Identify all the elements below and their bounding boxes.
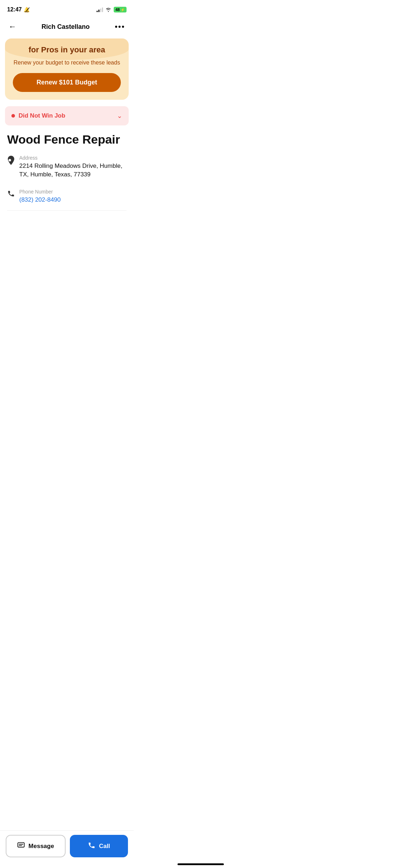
- budget-banner-card: for Pros in your area Renew your budget …: [5, 38, 129, 100]
- status-time: 12:47 🔔̸: [7, 6, 30, 13]
- page-title: Rich Castellano: [41, 23, 89, 31]
- banner-title: for Pros in your area: [13, 45, 121, 55]
- address-label: Address: [19, 155, 127, 161]
- signal-icon: [97, 7, 103, 12]
- phone-value[interactable]: (832) 202-8490: [19, 196, 61, 204]
- status-label: Did Not Win Job: [19, 112, 65, 119]
- chevron-down-icon: ⌄: [117, 112, 122, 120]
- nav-header: ← Rich Castellano •••: [0, 17, 134, 38]
- address-value: 2214 Rolling Meadows Drive, Humble, TX, …: [19, 162, 127, 179]
- battery-indicator: 48 ⚡: [114, 7, 127, 12]
- divider: [7, 210, 127, 211]
- address-row: Address 2214 Rolling Meadows Drive, Humb…: [0, 150, 134, 184]
- battery-charging-icon: ⚡: [120, 8, 125, 12]
- more-options-button[interactable]: •••: [113, 21, 127, 33]
- banner-subtitle: Renew your budget to receive these leads: [13, 59, 121, 67]
- phone-row: Phone Number (832) 202-8490: [0, 184, 134, 209]
- more-icon: •••: [115, 22, 125, 31]
- phone-label: Phone Number: [19, 189, 61, 195]
- job-status-dropdown[interactable]: Did Not Win Job ⌄: [5, 106, 129, 125]
- back-button[interactable]: ←: [7, 21, 18, 33]
- status-dot-icon: [11, 114, 15, 118]
- job-title: Wood Fence Repair: [0, 133, 134, 150]
- phone-icon: [7, 190, 15, 200]
- location-pin-icon: [7, 156, 15, 167]
- battery-level: 48: [115, 7, 120, 12]
- wifi-icon: [105, 7, 112, 12]
- mute-icon: 🔔̸: [24, 7, 30, 12]
- status-icons: 48 ⚡: [97, 7, 127, 12]
- time-label: 12:47: [7, 6, 22, 13]
- status-bar: 12:47 🔔̸ 48 ⚡: [0, 0, 134, 17]
- renew-budget-button[interactable]: Renew $101 Budget: [13, 73, 121, 92]
